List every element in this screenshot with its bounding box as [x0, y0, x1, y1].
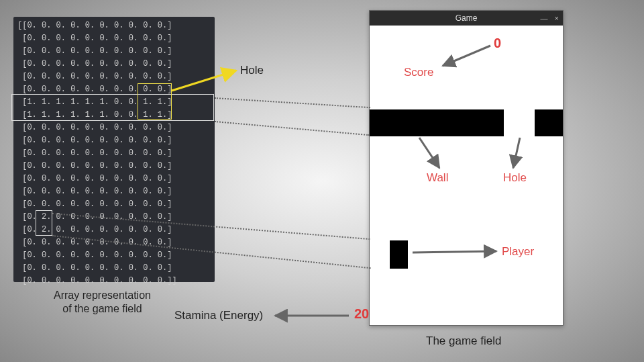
label-wall: Wall — [427, 171, 448, 185]
array-row: [0. 0. 0. 0. 0. 0. 0. 0. 0. 0.] — [17, 249, 211, 262]
array-row: [1. 1. 1. 1. 1. 1. 0. 0. 1. 1.] — [17, 96, 211, 109]
array-row: [0. 0. 0. 0. 0. 0. 0. 0. 0. 0.] — [17, 71, 211, 83]
window-title: Game — [455, 13, 478, 23]
array-row: [0. 0. 0. 0. 0. 0. 0. 0. 0. 0.]] — [17, 275, 211, 287]
label-stamina: Stamina (Energy) — [174, 309, 263, 322]
wall-right — [535, 109, 563, 136]
array-row: [1. 1. 1. 1. 1. 1. 0. 0. 1. 1.] — [17, 109, 211, 122]
array-row: [0. 0. 0. 0. 0. 0. 0. 0. 0. 0.] — [17, 122, 211, 134]
array-caption: Array representation of the game field — [54, 289, 151, 316]
wall-left — [370, 109, 504, 136]
player-rect — [390, 240, 408, 269]
dotted-wall-top — [215, 97, 370, 108]
array-row: [0. 0. 0. 0. 0. 0. 0. 0. 0. 0.] — [17, 185, 211, 198]
array-row: [0. 0. 0. 0. 0. 0. 0. 0. 0. 0.] — [17, 236, 211, 249]
array-row: [0. 2. 0. 0. 0. 0. 0. 0. 0. 0.] — [17, 224, 211, 236]
array-row: [0. 0. 0. 0. 0. 0. 0. 0. 0. 0.] — [17, 160, 211, 173]
game-canvas: 0 20 — [370, 26, 563, 325]
array-row: [0. 0. 0. 0. 0. 0. 0. 0. 0. 0.] — [17, 58, 211, 71]
label-score: Score — [404, 66, 433, 79]
array-row: [0. 0. 0. 0. 0. 0. 0. 0. 0. 0.] — [17, 173, 211, 185]
window-titlebar: Game — × — [370, 11, 563, 26]
score-value: 0 — [494, 36, 501, 51]
label-player: Player — [502, 245, 534, 259]
minimize-icon[interactable]: — — [541, 14, 548, 22]
array-caption-line2: of the game field — [62, 303, 142, 314]
game-caption: The game field — [426, 334, 501, 348]
array-caption-line1: Array representation — [54, 289, 151, 301]
stamina-value: 20 — [354, 306, 369, 322]
game-window: Game — × 0 20 — [369, 10, 564, 326]
array-row: [0. 0. 0. 0. 0. 0. 0. 0. 0. 0.] — [17, 134, 211, 147]
label-hole-top: Hole — [240, 64, 264, 77]
array-row: [0. 0. 0. 0. 0. 0. 0. 0. 0. 0.] — [17, 32, 211, 45]
label-hole: Hole — [503, 171, 527, 185]
array-row: [0. 0. 0. 0. 0. 0. 0. 0. 0. 0.] — [17, 147, 211, 160]
array-row: [0. 0. 0. 0. 0. 0. 0. 0. 0. 0.] — [17, 45, 211, 58]
close-icon[interactable]: × — [555, 14, 559, 22]
array-row: [0. 0. 0. 0. 0. 0. 0. 0. 0. 0.] — [17, 198, 211, 211]
array-row: [0. 0. 0. 0. 0. 0. 0. 0. 0. 0.] — [17, 262, 211, 275]
array-row: [0. 0. 0. 0. 0. 0. 0. 0. 0. 0.] — [17, 83, 211, 96]
dotted-wall-bot — [215, 121, 370, 136]
array-row: [[0. 0. 0. 0. 0. 0. 0. 0. 0. 0.] — [17, 19, 211, 32]
